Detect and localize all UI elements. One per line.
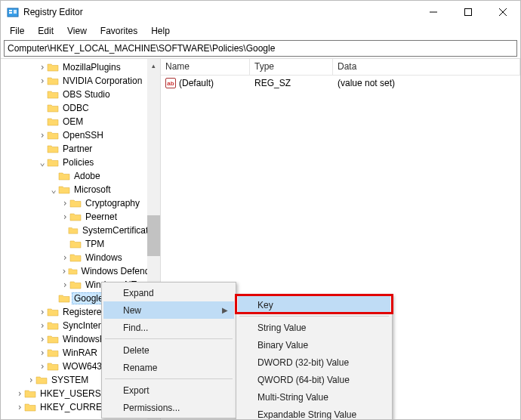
expand-icon[interactable]: › — [38, 334, 47, 344]
tree-label: Peernet — [83, 211, 119, 223]
col-name[interactable]: Name — [161, 59, 250, 75]
col-type[interactable]: Type — [250, 59, 333, 75]
menu-edit[interactable]: Edit — [32, 24, 60, 38]
tree-item[interactable]: ›Windows — [1, 251, 160, 264]
tree-item[interactable]: ›Peernet — [1, 210, 160, 224]
expand-icon[interactable]: › — [38, 307, 47, 317]
menu-item[interactable]: Expandable String Value — [238, 406, 390, 420]
menu-item[interactable]: New▶ — [103, 301, 234, 319]
menu-help[interactable]: Help — [145, 24, 176, 38]
tree-label: HKEY_USERS — [38, 388, 103, 400]
svg-rect-2 — [9, 12, 12, 14]
tree-label: Partner — [60, 143, 94, 155]
tree-label: OpenSSH — [60, 129, 106, 141]
tree-item[interactable]: ⌄Policies — [1, 156, 160, 169]
expand-icon[interactable]: › — [15, 402, 24, 412]
list-header: Name Type Data — [161, 59, 520, 76]
close-button[interactable] — [486, 1, 520, 23]
tree-item[interactable]: ›Windows Defender — [1, 264, 160, 278]
menu-item[interactable]: Rename — [103, 359, 234, 376]
expand-icon[interactable]: › — [38, 361, 47, 372]
tree-item[interactable]: ›TPM — [1, 237, 160, 251]
tree-item[interactable]: ›Adobe — [1, 169, 160, 183]
menu-item[interactable]: DWORD (32-bit) Value — [238, 354, 390, 371]
tree-label: OBS Studio — [60, 88, 113, 100]
tree-label: TPM — [83, 238, 106, 250]
expand-icon[interactable]: › — [38, 62, 47, 73]
tree-item[interactable]: ›NVIDIA Corporation — [1, 74, 160, 88]
submenu-arrow-icon: ▶ — [222, 306, 228, 314]
tree-item[interactable]: ›SystemCertificates — [1, 224, 160, 237]
expand-icon[interactable]: › — [38, 76, 47, 86]
menu-separator — [239, 316, 389, 317]
collapse-icon[interactable]: ⌄ — [49, 184, 58, 195]
menu-item[interactable]: Delete — [103, 341, 234, 359]
address-text: Computer\HKEY_LOCAL_MACHINE\SOFTWARE\Pol… — [8, 43, 275, 54]
tree-item[interactable]: ›OBS Studio — [1, 88, 160, 101]
context-menu: ExpandNew▶Find...DeleteRenameExportPermi… — [101, 282, 236, 418]
tree-label: Cryptography — [83, 197, 142, 209]
tree-item[interactable]: ›OEM — [1, 115, 160, 128]
expand-icon[interactable]: › — [60, 198, 69, 208]
menu-item[interactable]: Multi-String Value — [238, 388, 390, 406]
expand-icon[interactable]: › — [38, 130, 47, 141]
scroll-thumb[interactable] — [147, 215, 160, 255]
menu-separator — [105, 378, 233, 379]
window-title: Registry Editor — [23, 7, 416, 17]
menu-item[interactable]: String Value — [238, 319, 390, 336]
svg-rect-5 — [465, 9, 472, 16]
tree-label: MozillaPlugins — [60, 61, 123, 73]
tree-label: NVIDIA Corporation — [60, 75, 144, 87]
regedit-icon — [7, 6, 19, 18]
expand-icon[interactable]: › — [26, 375, 35, 385]
menu-item[interactable]: Export — [103, 381, 234, 399]
tree-label: Google — [72, 292, 106, 304]
expand-icon[interactable]: › — [60, 266, 68, 276]
value-name: (Default) — [179, 78, 214, 88]
expand-icon[interactable]: › — [60, 279, 69, 290]
expand-icon[interactable]: › — [60, 212, 69, 222]
submenu-new: KeyString ValueBinary ValueDWORD (32-bit… — [236, 294, 393, 420]
scroll-up-button[interactable]: ▴ — [147, 59, 160, 72]
tree-item[interactable]: ›Partner — [1, 142, 160, 156]
minimize-button[interactable] — [416, 1, 451, 23]
col-data[interactable]: Data — [333, 59, 520, 75]
svg-rect-3 — [14, 10, 17, 14]
tree-label: OEM — [60, 116, 85, 128]
tree-item[interactable]: ›ODBC — [1, 101, 160, 115]
menu-separator — [105, 338, 233, 339]
expand-icon[interactable]: › — [15, 388, 24, 399]
collapse-icon[interactable]: ⌄ — [38, 157, 47, 168]
menu-item[interactable]: Find... — [103, 319, 234, 336]
tree-item[interactable]: ›OpenSSH — [1, 128, 160, 142]
expand-icon[interactable]: › — [38, 320, 47, 331]
menubar: File Edit View Favorites Help — [1, 23, 520, 39]
list-row[interactable]: ab (Default) REG_SZ (value not set) — [161, 76, 520, 91]
tree-item[interactable]: ⌄Microsoft — [1, 183, 160, 196]
menu-item[interactable]: Key — [238, 296, 390, 313]
value-data: (value not set) — [333, 76, 520, 90]
titlebar: Registry Editor — [1, 1, 520, 23]
tree-item[interactable]: ›Cryptography — [1, 196, 160, 210]
value-type: REG_SZ — [250, 76, 333, 90]
tree-label: ODBC — [60, 102, 91, 114]
tree-item[interactable]: ›MozillaPlugins — [1, 60, 160, 74]
tree-label: Windows — [83, 252, 125, 264]
menu-item[interactable]: Binary Value — [238, 336, 390, 354]
expand-icon[interactable]: › — [38, 347, 47, 358]
tree-label: WinRAR — [60, 347, 100, 359]
menu-item[interactable]: QWORD (64-bit) Value — [238, 371, 390, 388]
menu-view[interactable]: View — [61, 24, 93, 38]
svg-rect-1 — [9, 10, 12, 11]
address-bar[interactable]: Computer\HKEY_LOCAL_MACHINE\SOFTWARE\Pol… — [4, 40, 517, 57]
tree-label: Microsoft — [72, 184, 113, 196]
menu-file[interactable]: File — [4, 24, 30, 38]
maximize-button[interactable] — [451, 1, 486, 23]
menu-item[interactable]: Permissions... — [103, 399, 234, 416]
tree-label: Policies — [60, 156, 96, 168]
menu-item[interactable]: Expand — [103, 284, 234, 301]
expand-icon[interactable]: › — [60, 252, 69, 263]
window-buttons — [416, 1, 520, 23]
menu-favorites[interactable]: Favorites — [94, 24, 143, 38]
tree-label: Adobe — [72, 170, 103, 182]
